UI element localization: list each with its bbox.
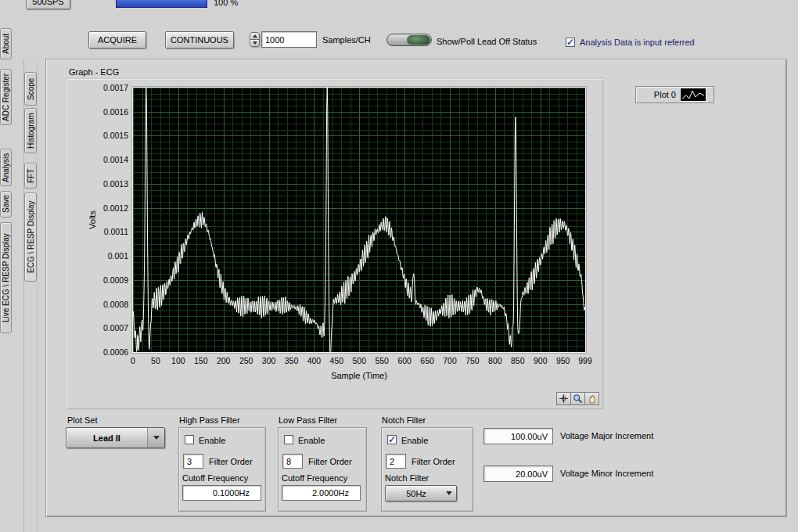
voltage-minor-increment-label: Voltage Minor Increment [560,469,653,478]
x-tick-label: 100 [171,356,185,365]
y-tick-label: 0.0016 [103,107,128,117]
ecg-plot-canvas[interactable] [133,88,585,352]
notch-frequency-value: 50Hz [386,489,442,498]
samples-stepper[interactable] [250,32,260,48]
low-pass-order-input[interactable] [282,454,303,469]
sps-rate-button[interactable]: 500SPS [26,0,70,9]
voltage-major-increment-label: Voltage Major Increment [560,431,653,440]
stepper-down-icon[interactable] [250,39,260,47]
x-tick-label: 600 [397,356,412,365]
leadoff-toggle-label: Show/Poll Lead Off Status [437,37,537,46]
continuous-button-label: CONTINUOUS [171,35,228,45]
low-pass-enable-label: Enable [298,436,325,445]
y-tick-label: 0.0011 [104,227,128,236]
high-pass-order-input[interactable] [183,454,203,469]
x-tick-label: 999 [578,356,592,365]
sidebar-tab-adc-register[interactable]: ADC Register [0,69,12,125]
high-pass-enable-checkbox[interactable] [185,435,194,444]
plot-legend[interactable]: Plot 0 [635,86,714,103]
legend-line-sample-icon[interactable] [680,88,706,102]
y-tick-label: 0.0015 [103,131,128,140]
x-tick-label: 650 [420,356,434,365]
tab-label: Histogram [27,113,35,149]
tab-label: Save [2,196,10,214]
progress-value: 100 % [214,0,238,7]
samples-per-channel-input[interactable] [261,31,317,48]
magnifier-icon [573,394,583,404]
x-tick-label: 500 [353,356,367,365]
x-tick-label: 0 [131,356,135,365]
analysis-referred-checkbox[interactable]: ✓ [566,38,575,47]
y-tick-label: 0.0008 [103,300,128,309]
continuous-button[interactable]: CONTINUOUS [165,31,234,49]
plot-set-dropdown[interactable]: Lead II [66,427,165,448]
y-tick-label: 0.0017 [103,83,128,92]
tab-label: About [2,34,10,54]
x-tick-label: 750 [466,356,480,365]
high-pass-enable-label: Enable [199,436,225,445]
sps-rate-label: 500SPS [32,0,63,6]
y-tick-label: 0.0014 [103,155,128,164]
notch-order-input[interactable] [386,454,406,469]
chevron-down-icon [442,486,456,501]
low-pass-cutoff-input[interactable] [282,485,361,501]
cursor-tool-button[interactable] [556,392,571,405]
low-pass-order-label: Filter Order [308,457,352,466]
low-pass-group-title: Low Pass Filter [279,415,337,425]
notch-enable-checkbox[interactable]: ✓ [387,435,397,444]
y-tick-label: 0.0012 [103,203,128,213]
notch-frequency-dropdown[interactable]: 50Hz [385,485,457,501]
sidebar-tab-fft[interactable]: FFT [24,163,37,189]
graph-title: Graph - ECG [69,67,119,77]
pan-tool-button[interactable] [584,392,599,405]
y-tick-label: 0.0009 [103,275,128,285]
high-pass-order-label: Filter Order [209,457,253,466]
leadoff-toggle-switch[interactable] [386,34,432,46]
sidebar-tab-save[interactable]: Save [0,191,12,217]
tab-label: ADC Register [2,73,10,120]
low-pass-cutoff-label: Cutoff Frequency [282,473,347,483]
x-tick-label: 200 [217,356,231,365]
high-pass-cutoff-input[interactable] [182,485,261,501]
y-tick-label: 0.0007 [103,323,128,332]
zoom-tool-button[interactable] [570,392,585,405]
chevron-down-icon [147,428,164,448]
x-tick-label: 900 [534,356,548,365]
tab-label: ECG \ RESP Display [27,201,35,274]
high-pass-group-title: High Pass Filter [179,415,240,425]
sidebar-tab-histogram[interactable]: Histogram [24,108,37,153]
sidebar-tab-analysis[interactable]: Analysis [0,149,12,186]
notch-group-title: Notch Filter [382,415,426,425]
sidebar-tab-live-ecg-resp-display[interactable]: Live ECG \ RESP Display [0,222,12,333]
x-tick-label: 300 [262,356,276,365]
progress-bar [116,0,207,8]
plot-set-value: Lead II [66,433,147,443]
notch-frequency-label: Notch Filter [385,473,429,483]
tab-label: Scope [27,77,35,99]
y-axis-title: Volts [88,204,99,235]
y-tick-label: 0.001 [108,251,128,261]
sidebar-tab-ecg-resp-display[interactable]: ECG \ RESP Display [24,192,37,282]
plot-set-label: Plot Set [67,415,98,425]
x-tick-label: 550 [375,356,389,365]
progress-bar-fill [117,0,207,7]
voltage-minor-increment-display: 20.00uV [483,466,553,482]
sidebar-tab-about[interactable]: About [0,28,12,59]
legend-plot-name: Plot 0 [636,90,680,99]
acquire-button[interactable]: ACQUIRE [88,31,146,49]
low-pass-enable-checkbox[interactable] [284,435,293,444]
x-tick-label: 850 [511,356,525,365]
x-tick-label: 250 [239,356,253,365]
hand-icon [587,394,597,404]
x-tick-label: 50 [151,356,160,365]
tab-label: Live ECG \ RESP Display [2,233,10,322]
crosshair-icon [559,394,569,404]
y-tick-label: 0.0006 [103,347,128,357]
sidebar-tab-scope[interactable]: Scope [24,72,37,106]
x-tick-label: 450 [330,356,344,365]
x-axis-tick-labels: 0501001502002503003504004505005506006507… [133,356,585,366]
tab-label: FFT [27,168,35,182]
x-axis-title: Sample (Time) [133,371,585,380]
voltage-major-increment-display: 100.00uV [483,428,553,444]
x-tick-label: 700 [443,356,457,365]
